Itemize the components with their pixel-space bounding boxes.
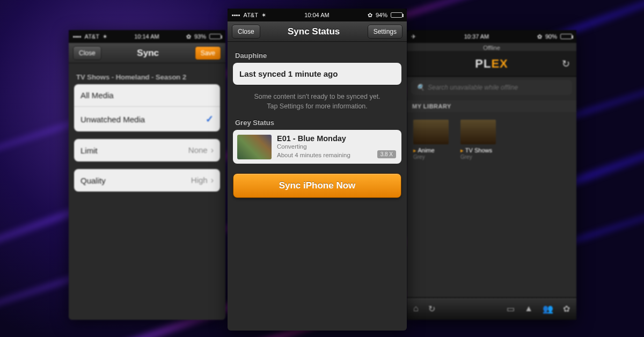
server-icon[interactable]: ▲ xyxy=(524,304,533,314)
battery-percent: 90% xyxy=(545,33,557,40)
info-line-1: Some content isn't ready to be synced ye… xyxy=(254,93,380,100)
battery-icon xyxy=(391,12,402,18)
limit-group: LimitNone› xyxy=(74,139,220,162)
home-icon[interactable]: ⌂ xyxy=(413,304,419,314)
sync-status-screen: ▪▪▪▪AT&T✶ 10:04 AM ✿94% Close Sync Statu… xyxy=(228,9,407,331)
alarm-icon: ✿ xyxy=(537,33,542,40)
sync-info-text: Some content isn't ready to be synced ye… xyxy=(236,92,398,111)
status-bar: ▪▪▪▪AT&T✶ 10:04 AM ✿94% xyxy=(228,9,407,21)
filter-unwatched-media[interactable]: Unwatched Media xyxy=(74,106,220,131)
logo-right: EX xyxy=(491,57,508,70)
library-server: Grey xyxy=(413,154,449,160)
offline-label: Offline xyxy=(407,43,576,51)
quality-label: Quality xyxy=(80,176,106,185)
limit-value: None xyxy=(188,145,208,155)
bottom-toolbar: ⌂ ↻ ▭ ▲ 👥 ✿ xyxy=(407,297,576,320)
close-button[interactable]: Close xyxy=(232,25,260,39)
carrier-label: AT&T xyxy=(85,33,99,40)
page-title: Sync Status xyxy=(288,26,340,37)
signal-icon: ▪▪▪▪ xyxy=(73,33,82,40)
battery-percent: 94% xyxy=(376,12,387,18)
wifi-icon: ✶ xyxy=(103,33,107,40)
nav-bar: Close Sync Save xyxy=(69,43,225,63)
battery-icon xyxy=(209,34,221,39)
media-filter-group: All Media Unwatched Media xyxy=(74,84,220,131)
sync-queue-item[interactable]: E01 - Blue Monday Converting About 4 min… xyxy=(233,130,401,164)
plex-header: PLEX ↻ xyxy=(407,51,576,77)
breadcrumb: TV Shows - Homeland - Season 2 xyxy=(76,73,218,81)
alarm-icon: ✿ xyxy=(368,12,372,19)
filter-unwatched-label: Unwatched Media xyxy=(80,115,145,124)
clock-label: 10:37 AM xyxy=(464,33,489,40)
library-grid: Anime Grey TV Shows Grey xyxy=(407,112,576,167)
library-server: Grey xyxy=(460,154,496,160)
close-button[interactable]: Close xyxy=(73,46,101,60)
save-button[interactable]: Save xyxy=(195,46,221,60)
quality-row[interactable]: QualityHigh› xyxy=(74,169,220,192)
speed-badge: 3.8 X xyxy=(377,150,396,158)
battery-percent: 93% xyxy=(194,33,206,40)
section-header: MY LIBRARY xyxy=(407,100,576,112)
library-name: Anime xyxy=(413,147,449,154)
sync-now-button[interactable]: Sync iPhone Now xyxy=(233,173,401,198)
limit-label: Limit xyxy=(80,146,98,155)
chevron-right-icon: › xyxy=(211,145,214,155)
settings-button[interactable]: Settings xyxy=(368,25,402,39)
status-bar: ▪▪▪▪AT&T✶ 10:14 AM ✿93% xyxy=(69,30,225,43)
last-synced-text: Last synced 1 minute ago xyxy=(239,69,338,78)
status-bar: ✈ 10:37 AM ✿90% xyxy=(407,30,576,43)
episode-eta: About 4 minutes remaining xyxy=(277,151,350,160)
refresh-icon[interactable]: ↻ xyxy=(428,304,435,314)
users-icon[interactable]: 👥 xyxy=(543,304,553,314)
clock-label: 10:04 AM xyxy=(304,12,329,18)
carrier-label: AT&T xyxy=(244,12,258,18)
library-name: TV Shows xyxy=(460,147,496,154)
server-name-label: Dauphine xyxy=(235,52,399,60)
plex-library-screen: ✈ 10:37 AM ✿90% Offline PLEX ↻ 🔍 Search … xyxy=(407,30,576,320)
quality-value: High xyxy=(191,175,208,185)
episode-state: Converting xyxy=(277,143,350,151)
battery-icon xyxy=(560,34,572,39)
wifi-icon: ✶ xyxy=(261,12,266,19)
episode-title: E01 - Blue Monday xyxy=(277,134,350,143)
library-thumbnail xyxy=(460,120,496,144)
search-input: 🔍 Search unavailable while offline xyxy=(411,80,572,95)
airplane-icon: ✈ xyxy=(411,33,416,40)
display-icon[interactable]: ▭ xyxy=(507,304,515,314)
chevron-right-icon: › xyxy=(211,175,214,185)
sync-settings-screen: ▪▪▪▪AT&T✶ 10:14 AM ✿93% Close Sync Save … xyxy=(69,30,225,320)
refresh-button[interactable]: ↻ xyxy=(562,58,570,70)
nav-bar: Close Sync Status Settings xyxy=(228,21,407,42)
library-item-tvshows[interactable]: TV Shows Grey xyxy=(460,120,496,160)
search-placeholder: Search unavailable while offline xyxy=(428,84,518,91)
limit-row[interactable]: LimitNone› xyxy=(74,139,220,162)
last-synced-row: Last synced 1 minute ago xyxy=(233,63,401,85)
alarm-icon: ✿ xyxy=(186,33,191,40)
quality-group: QualityHigh› xyxy=(74,169,220,192)
signal-icon: ▪▪▪▪ xyxy=(232,12,240,18)
server-name-label: Grey Status xyxy=(235,119,399,127)
plex-logo: PLEX xyxy=(475,57,508,71)
library-thumbnail xyxy=(413,120,449,144)
library-item-anime[interactable]: Anime Grey xyxy=(413,120,449,160)
info-line-2: Tap Settings for more information. xyxy=(267,102,368,110)
last-synced-group: Last synced 1 minute ago xyxy=(233,63,401,85)
logo-left: PL xyxy=(475,57,491,70)
gear-icon[interactable]: ✿ xyxy=(563,304,570,314)
search-icon: 🔍 xyxy=(416,84,425,91)
filter-all-media[interactable]: All Media xyxy=(74,84,220,106)
episode-thumbnail xyxy=(237,135,272,159)
filter-all-label: All Media xyxy=(80,91,114,100)
page-title: Sync xyxy=(137,48,159,58)
clock-label: 10:14 AM xyxy=(134,33,159,40)
